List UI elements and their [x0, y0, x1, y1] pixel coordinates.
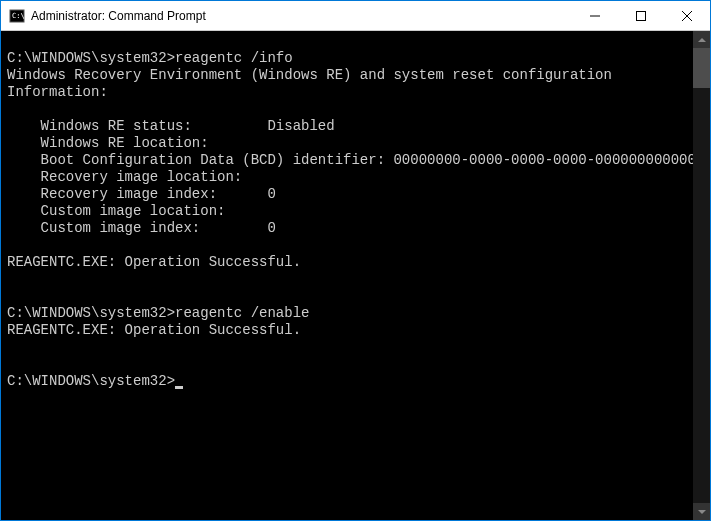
- field-value: 00000000-0000-0000-0000-000000000000: [393, 152, 693, 168]
- minimize-button[interactable]: [572, 1, 618, 30]
- cursor: [175, 386, 183, 389]
- close-button[interactable]: [664, 1, 710, 30]
- field-value: Disabled: [267, 118, 334, 134]
- maximize-button[interactable]: [618, 1, 664, 30]
- svg-text:C:\: C:\: [12, 12, 25, 20]
- field-label: Custom image location:: [7, 203, 225, 219]
- command-text: reagentc /enable: [175, 305, 309, 321]
- window-title: Administrator: Command Prompt: [31, 9, 572, 23]
- prompt: C:\WINDOWS\system32>: [7, 373, 175, 389]
- prompt: C:\WINDOWS\system32>: [7, 305, 175, 321]
- svg-marker-6: [698, 38, 706, 42]
- prompt: C:\WINDOWS\system32>: [7, 50, 175, 66]
- field-label: Custom image index:: [7, 220, 267, 236]
- titlebar[interactable]: C:\ Administrator: Command Prompt: [1, 1, 710, 31]
- field-label: Windows RE location:: [7, 135, 209, 151]
- cmd-icon: C:\: [9, 8, 25, 24]
- scroll-thumb[interactable]: [693, 48, 710, 88]
- field-value: 0: [267, 186, 275, 202]
- svg-rect-3: [637, 11, 646, 20]
- field-label: Boot Configuration Data (BCD) identifier…: [7, 152, 393, 168]
- command-prompt-window: C:\ Administrator: Command Prompt C:\WIN…: [0, 0, 711, 521]
- field-label: Windows RE status:: [7, 118, 267, 134]
- field-value: 0: [267, 220, 275, 236]
- output-line: REAGENTC.EXE: Operation Successful.: [7, 254, 301, 270]
- scroll-up-button[interactable]: [693, 31, 710, 48]
- output-line: REAGENTC.EXE: Operation Successful.: [7, 322, 301, 338]
- console-output[interactable]: C:\WINDOWS\system32>reagentc /info Windo…: [1, 31, 693, 520]
- output-line: Windows Recovery Environment (Windows RE…: [7, 67, 612, 83]
- window-controls: [572, 1, 710, 30]
- field-label: Recovery image location:: [7, 169, 242, 185]
- field-label: Recovery image index:: [7, 186, 267, 202]
- command-text: reagentc /info: [175, 50, 293, 66]
- console-body: C:\WINDOWS\system32>reagentc /info Windo…: [1, 31, 710, 520]
- scroll-down-button[interactable]: [693, 503, 710, 520]
- svg-marker-7: [698, 510, 706, 514]
- vertical-scrollbar[interactable]: [693, 31, 710, 520]
- output-line: Information:: [7, 84, 108, 100]
